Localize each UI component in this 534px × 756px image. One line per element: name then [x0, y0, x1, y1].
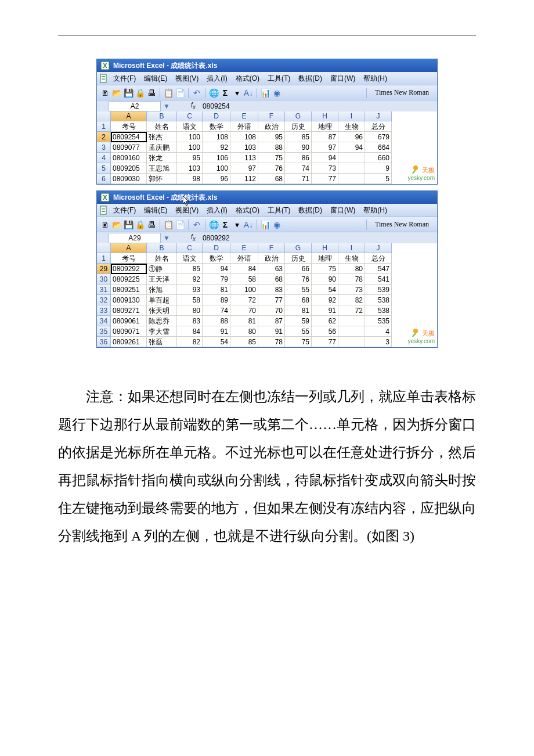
- spreadsheet-grid[interactable]: ABCDEFGHIJ1考号姓名语文数学外语政治历史地理生物总分20809254张…: [97, 111, 437, 184]
- column-header[interactable]: C: [177, 111, 203, 121]
- table-cell[interactable]: 73: [338, 285, 365, 295]
- table-cell[interactable]: 75: [312, 264, 338, 274]
- autosum-icon[interactable]: Σ: [221, 88, 230, 98]
- table-cell[interactable]: 94: [338, 142, 365, 153]
- menu-file[interactable]: 文件(F): [110, 205, 139, 216]
- row-header[interactable]: 30: [97, 274, 111, 285]
- row-header[interactable]: 34: [97, 316, 111, 326]
- column-header[interactable]: D: [203, 243, 230, 253]
- permission-icon[interactable]: 🔒: [135, 88, 145, 98]
- autosum-icon[interactable]: Σ: [221, 220, 230, 229]
- table-cell[interactable]: 80: [177, 305, 203, 316]
- open-icon[interactable]: 📂: [112, 88, 121, 98]
- table-cell[interactable]: 0809061: [111, 316, 147, 326]
- table-cell[interactable]: 679: [365, 132, 392, 142]
- select-all-corner[interactable]: [97, 243, 111, 253]
- print-icon[interactable]: 🖶: [147, 220, 156, 229]
- chart-icon[interactable]: 📊: [261, 88, 270, 98]
- table-header-cell[interactable]: 语文: [177, 121, 203, 132]
- table-cell[interactable]: 76: [285, 274, 312, 285]
- table-cell[interactable]: 王天泽: [147, 274, 177, 285]
- table-cell[interactable]: 陈思乔: [147, 316, 177, 326]
- table-cell[interactable]: 0809071: [111, 326, 147, 337]
- table-cell[interactable]: 张磊: [147, 337, 177, 347]
- table-cell[interactable]: 李大雪: [147, 326, 177, 337]
- row-header[interactable]: 31: [97, 285, 111, 295]
- table-header-cell[interactable]: 总分: [365, 121, 392, 132]
- undo-icon[interactable]: ↶: [192, 88, 201, 98]
- table-cell[interactable]: 108: [203, 132, 230, 142]
- table-cell[interactable]: 92: [177, 274, 203, 285]
- table-cell[interactable]: 535: [365, 316, 392, 326]
- table-cell[interactable]: 81: [203, 285, 230, 295]
- table-cell[interactable]: ①静: [147, 264, 177, 274]
- table-cell[interactable]: 75: [285, 337, 312, 347]
- table-cell[interactable]: 91: [203, 326, 230, 337]
- column-header[interactable]: A: [111, 243, 147, 253]
- table-cell[interactable]: 541: [365, 274, 392, 285]
- fx-icon[interactable]: fx: [187, 101, 199, 110]
- table-cell[interactable]: 84: [177, 326, 203, 337]
- paste-icon[interactable]: 📄: [175, 88, 185, 98]
- table-cell[interactable]: 0809261: [111, 337, 147, 347]
- table-header-cell[interactable]: 语文: [177, 253, 203, 264]
- menu-edit[interactable]: 编辑(E): [140, 73, 171, 84]
- undo-icon[interactable]: ↶: [192, 220, 201, 229]
- table-cell[interactable]: 92: [312, 295, 338, 305]
- table-cell[interactable]: 0809030: [111, 174, 147, 184]
- table-cell[interactable]: 83: [258, 285, 285, 295]
- table-cell[interactable]: 88: [203, 316, 230, 326]
- table-cell[interactable]: 56: [312, 326, 338, 337]
- table-cell[interactable]: 0809271: [111, 305, 147, 316]
- row-header[interactable]: 3: [97, 142, 111, 153]
- table-header-cell[interactable]: 生物: [338, 253, 365, 264]
- spreadsheet-grid[interactable]: ABCDEFGHIJ1考号姓名语文数学外语政治历史地理生物总分290809292…: [97, 243, 437, 347]
- formula-content[interactable]: 0809292: [199, 234, 230, 242]
- table-cell[interactable]: 95: [177, 153, 203, 163]
- table-header-cell[interactable]: 考号: [111, 121, 147, 132]
- column-header[interactable]: I: [338, 243, 365, 253]
- menu-help[interactable]: 帮助(H): [360, 205, 391, 216]
- table-cell[interactable]: 100: [177, 142, 203, 153]
- table-cell[interactable]: 74: [285, 163, 312, 174]
- column-header[interactable]: H: [312, 243, 338, 253]
- table-header-cell[interactable]: 地理: [312, 121, 338, 132]
- table-cell[interactable]: 张杰: [147, 132, 177, 142]
- table-header-cell[interactable]: 考号: [111, 253, 147, 264]
- table-cell[interactable]: 95: [258, 132, 285, 142]
- hyperlink-icon[interactable]: 🌐: [209, 88, 218, 98]
- table-cell[interactable]: 71: [285, 174, 312, 184]
- table-cell[interactable]: 103: [230, 142, 258, 153]
- copy-icon[interactable]: 📋: [164, 220, 173, 229]
- table-cell[interactable]: 79: [203, 274, 230, 285]
- column-header[interactable]: C: [177, 243, 203, 253]
- table-cell[interactable]: 538: [365, 295, 392, 305]
- table-cell[interactable]: 68: [258, 274, 285, 285]
- table-cell[interactable]: 88: [258, 142, 285, 153]
- table-header-cell[interactable]: 地理: [312, 253, 338, 264]
- table-cell[interactable]: 74: [203, 305, 230, 316]
- menu-window[interactable]: 窗口(W): [327, 73, 359, 84]
- table-cell[interactable]: 82: [338, 295, 365, 305]
- row-header[interactable]: 33: [97, 305, 111, 316]
- table-cell[interactable]: 664: [365, 142, 392, 153]
- permission-icon[interactable]: 🔒: [135, 220, 145, 229]
- table-cell[interactable]: 66: [285, 264, 312, 274]
- menu-view[interactable]: 视图(V): [172, 205, 202, 216]
- table-cell[interactable]: 91: [258, 326, 285, 337]
- table-cell[interactable]: 80: [230, 326, 258, 337]
- table-cell[interactable]: 93: [177, 285, 203, 295]
- menu-tools[interactable]: 工具(T): [264, 73, 294, 84]
- table-cell[interactable]: 87: [312, 132, 338, 142]
- new-icon[interactable]: 🗎: [100, 88, 110, 98]
- table-cell[interactable]: 78: [338, 274, 365, 285]
- table-cell[interactable]: 55: [285, 326, 312, 337]
- help-icon[interactable]: ◉: [272, 220, 282, 229]
- copy-icon[interactable]: 📋: [164, 88, 173, 98]
- column-header[interactable]: J: [365, 111, 392, 121]
- column-header[interactable]: I: [338, 111, 365, 121]
- table-cell[interactable]: 77: [258, 295, 285, 305]
- table-cell[interactable]: 77: [312, 174, 338, 184]
- table-cell[interactable]: 90: [285, 142, 312, 153]
- table-cell[interactable]: 89: [203, 295, 230, 305]
